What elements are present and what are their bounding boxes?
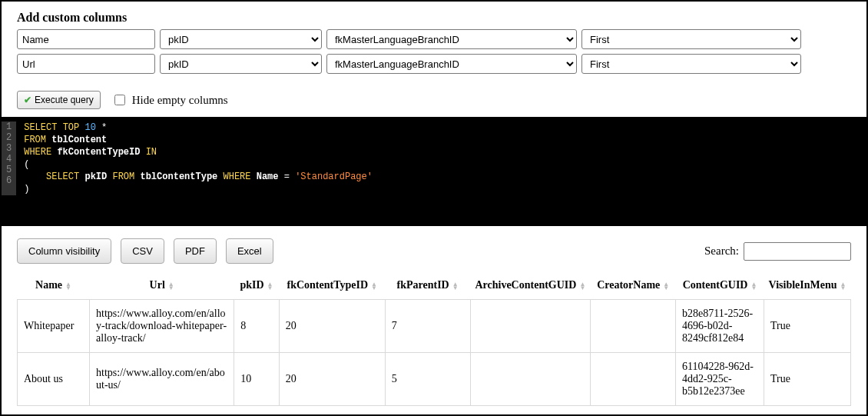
table-cell: Whitepaper [18, 300, 90, 353]
table-row[interactable]: Whitepaperhttps://www.alloy.com/en/alloy… [18, 300, 851, 353]
custom-column-select-3[interactable]: First [581, 54, 801, 74]
custom-column-name-input[interactable] [17, 54, 155, 74]
export-buttons: Column visibility CSV PDF Excel [17, 238, 273, 264]
column-header-label: Url [150, 279, 165, 291]
column-header-label: Name [35, 279, 62, 291]
action-bar: ✔ Execute query Hide empty columns [17, 91, 851, 109]
custom-column-select-2[interactable]: fkMasterLanguageBranchID [326, 29, 577, 49]
table-cell: 20 [279, 300, 385, 353]
table-row[interactable]: About ushttps://www.alloy.com/en/about-u… [18, 353, 851, 406]
table-cell [591, 300, 676, 353]
sort-icon: ▲▼ [579, 282, 585, 290]
table-cell [591, 353, 676, 406]
custom-column-select-2[interactable]: fkMasterLanguageBranchID [326, 54, 577, 74]
column-header[interactable]: Url▲▼ [90, 275, 234, 300]
column-header-label: fkParentID [397, 279, 449, 291]
hide-empty-columns-toggle[interactable]: Hide empty columns [111, 92, 228, 108]
column-header-label: VisibleInMenu [769, 279, 837, 291]
search-wrap: Search: [704, 242, 851, 261]
sql-editor[interactable]: 123456 SELECT TOP 10 *FROM tblContentWHE… [2, 117, 866, 226]
table-cell: 61104228-962d-4dd2-925c-b5b12e2373ee [676, 353, 764, 406]
sort-icon: ▲▼ [840, 282, 846, 290]
column-header[interactable]: ContentGUID▲▼ [676, 275, 764, 300]
column-header[interactable]: ArchiveContentGUID▲▼ [470, 275, 591, 300]
export-excel-button[interactable]: Excel [226, 238, 273, 264]
sort-icon: ▲▼ [452, 282, 459, 290]
custom-columns-rows: pkIDfkMasterLanguageBranchIDFirstpkIDfkM… [17, 29, 851, 74]
column-header[interactable]: pkID▲▼ [234, 275, 280, 300]
custom-column-select-3[interactable]: First [581, 29, 801, 49]
hide-empty-columns-checkbox[interactable] [114, 95, 125, 105]
export-pdf-button[interactable]: PDF [174, 238, 217, 264]
sort-icon: ▲▼ [168, 282, 174, 290]
section-heading: Add custom columns [17, 11, 851, 25]
column-header[interactable]: fkContentTypeID▲▼ [279, 275, 385, 300]
column-header-label: ArchiveContentGUID [475, 279, 576, 291]
table-cell: https://www.alloy.com/en/about-us/ [90, 353, 234, 406]
sort-icon: ▲▼ [663, 282, 669, 290]
column-visibility-button[interactable]: Column visibility [17, 238, 111, 264]
table-cell: https://www.alloy.com/en/alloy-track/dow… [90, 300, 234, 353]
column-header[interactable]: CreatorName▲▼ [591, 275, 676, 300]
search-input[interactable] [744, 242, 851, 261]
execute-query-label: Execute query [35, 95, 94, 105]
table-cell: 7 [385, 300, 470, 353]
sql-code[interactable]: SELECT TOP 10 *FROM tblContentWHERE fkCo… [16, 121, 380, 195]
column-header[interactable]: Name▲▼ [18, 275, 90, 300]
custom-column-select-1[interactable]: pkID [160, 54, 322, 74]
search-label: Search: [704, 245, 739, 258]
table-cell: True [764, 353, 851, 406]
column-header-label: CreatorName [597, 279, 660, 291]
table-cell: 10 [234, 353, 280, 406]
column-header-label: ContentGUID [683, 279, 748, 291]
sort-icon: ▲▼ [750, 282, 757, 290]
sort-icon: ▲▼ [267, 282, 273, 290]
table-body: Whitepaperhttps://www.alloy.com/en/alloy… [18, 300, 851, 406]
export-csv-button[interactable]: CSV [121, 238, 164, 264]
check-icon: ✔ [24, 95, 31, 105]
custom-column-select-1[interactable]: pkID [160, 29, 322, 49]
custom-column-name-input[interactable] [17, 29, 155, 49]
table-controls: Column visibility CSV PDF Excel Search: [17, 238, 851, 264]
table-cell: 20 [279, 353, 385, 406]
table-cell: True [764, 300, 851, 353]
table-cell: 5 [385, 353, 470, 406]
sort-icon: ▲▼ [65, 282, 71, 290]
table-cell: About us [18, 353, 90, 406]
table-cell: b28e8711-2526-4696-b02d-8249cf812e84 [676, 300, 764, 353]
column-header[interactable]: VisibleInMenu▲▼ [764, 275, 851, 300]
table-header-row: Name▲▼Url▲▼pkID▲▼fkContentTypeID▲▼fkPare… [18, 275, 851, 300]
results-table: Name▲▼Url▲▼pkID▲▼fkContentTypeID▲▼fkPare… [17, 275, 851, 406]
column-header[interactable]: fkParentID▲▼ [385, 275, 470, 300]
column-header-label: fkContentTypeID [287, 279, 368, 291]
hide-empty-columns-label: Hide empty columns [132, 94, 228, 107]
custom-column-row: pkIDfkMasterLanguageBranchIDFirst [17, 29, 851, 49]
table-cell: 8 [234, 300, 280, 353]
custom-column-row: pkIDfkMasterLanguageBranchIDFirst [17, 54, 851, 74]
table-cell [470, 353, 591, 406]
execute-query-button[interactable]: ✔ Execute query [17, 91, 101, 109]
table-cell [470, 300, 591, 353]
sort-icon: ▲▼ [371, 282, 377, 290]
sql-gutter: 123456 [2, 121, 16, 195]
app-frame: Add custom columns pkIDfkMasterLanguageB… [0, 0, 868, 416]
column-header-label: pkID [240, 279, 263, 291]
